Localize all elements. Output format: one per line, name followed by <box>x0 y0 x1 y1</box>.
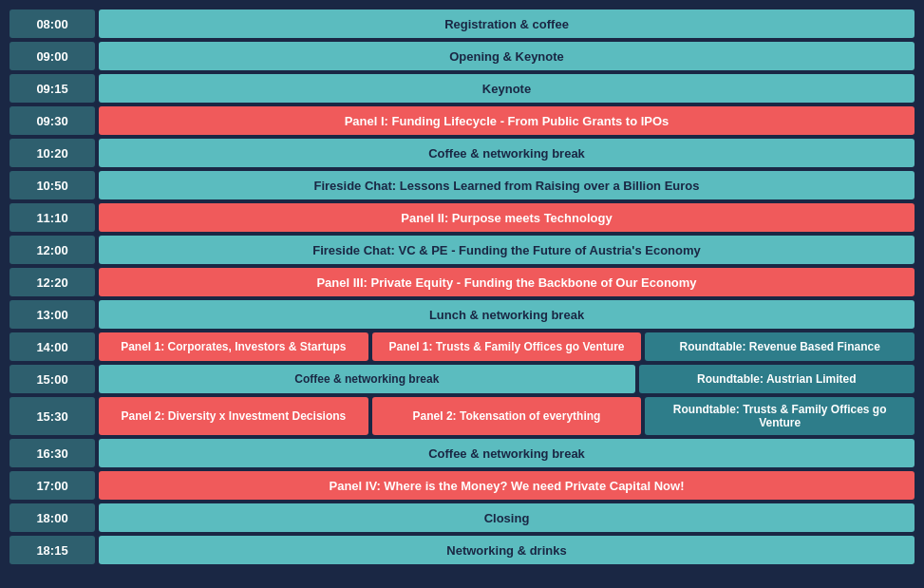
multi-cell-row: Coffee & networking break Roundtable: Au… <box>99 365 915 393</box>
event-cell: Registration & coffee <box>99 9 915 38</box>
event-cell: Keynote <box>99 74 915 103</box>
schedule-row: 12:20 Panel III: Private Equity - Fundin… <box>9 268 915 296</box>
event-cell: Panel II: Purpose meets Technology <box>99 203 915 232</box>
time-cell: 09:30 <box>9 106 95 135</box>
event-cell: Lunch & networking break <box>99 300 915 329</box>
time-cell: 09:15 <box>9 74 95 103</box>
event-cell: Coffee & networking break <box>99 139 915 167</box>
schedule-row: 15:00 Coffee & networking break Roundtab… <box>9 365 915 393</box>
event-cell: Fireside Chat: Lessons Learned from Rais… <box>99 171 915 199</box>
time-cell: 15:00 <box>9 365 95 393</box>
time-cell: 08:00 <box>9 9 95 38</box>
schedule-row: 15:30 Panel 2: Diversity x Investment De… <box>9 397 915 435</box>
event-cell: Networking & drinks <box>99 536 915 564</box>
time-cell: 10:50 <box>9 171 95 199</box>
schedule-row: 08:00 Registration & coffee <box>9 9 915 38</box>
schedule-row: 17:00 Panel IV: Where is the Money? We n… <box>9 471 915 500</box>
event-cell: Panel I: Funding Lifecycle - From Public… <box>99 106 915 135</box>
time-cell: 11:10 <box>9 203 95 232</box>
schedule-container: 08:00 Registration & coffee 09:00 Openin… <box>9 9 915 564</box>
event-cell: Coffee & networking break <box>99 365 635 393</box>
event-cell: Roundtable: Revenue Based Finance <box>645 332 915 361</box>
time-cell: 16:30 <box>9 439 95 467</box>
multi-cell-row: Panel 1: Corporates, Investors & Startup… <box>99 332 915 361</box>
time-cell: 14:00 <box>9 332 95 361</box>
event-cell: Roundtable: Austrian Limited <box>639 365 915 393</box>
event-cell: Panel 2: Diversity x Investment Decision… <box>99 397 368 435</box>
time-cell: 13:00 <box>9 300 95 329</box>
schedule-row: 09:00 Opening & Keynote <box>9 42 915 70</box>
event-cell: Panel 1: Corporates, Investors & Startup… <box>99 332 368 361</box>
event-cell: Panel 2: Tokensation of everything <box>372 397 642 435</box>
event-cell: Roundtable: Trusts & Family Offices go V… <box>645 397 915 435</box>
time-cell: 17:00 <box>9 471 95 500</box>
schedule-row: 10:50 Fireside Chat: Lessons Learned fro… <box>9 171 915 199</box>
time-cell: 15:30 <box>9 397 95 435</box>
time-cell: 18:00 <box>9 503 95 532</box>
time-cell: 10:20 <box>9 139 95 167</box>
event-cell: Closing <box>99 503 915 532</box>
schedule-row: 16:30 Coffee & networking break <box>9 439 915 467</box>
schedule-row: 18:15 Networking & drinks <box>9 536 915 564</box>
event-cell: Panel IV: Where is the Money? We need Pr… <box>99 471 915 500</box>
schedule-row: 11:10 Panel II: Purpose meets Technology <box>9 203 915 232</box>
event-cell: Fireside Chat: VC & PE - Funding the Fut… <box>99 236 915 264</box>
schedule-row: 09:15 Keynote <box>9 74 915 103</box>
event-cell: Coffee & networking break <box>99 439 915 467</box>
schedule-row: 12:00 Fireside Chat: VC & PE - Funding t… <box>9 236 915 264</box>
schedule-row: 18:00 Closing <box>9 503 915 532</box>
schedule-row: 10:20 Coffee & networking break <box>9 139 915 167</box>
time-cell: 18:15 <box>9 536 95 564</box>
time-cell: 12:00 <box>9 236 95 264</box>
schedule-row: 14:00 Panel 1: Corporates, Investors & S… <box>9 332 915 361</box>
event-cell: Panel 1: Trusts & Family Offices go Vent… <box>372 332 642 361</box>
schedule-row: 09:30 Panel I: Funding Lifecycle - From … <box>9 106 915 135</box>
time-cell: 09:00 <box>9 42 95 70</box>
multi-cell-row: Panel 2: Diversity x Investment Decision… <box>99 397 915 435</box>
time-cell: 12:20 <box>9 268 95 296</box>
event-cell: Panel III: Private Equity - Funding the … <box>99 268 915 296</box>
schedule-row: 13:00 Lunch & networking break <box>9 300 915 329</box>
event-cell: Opening & Keynote <box>99 42 915 70</box>
